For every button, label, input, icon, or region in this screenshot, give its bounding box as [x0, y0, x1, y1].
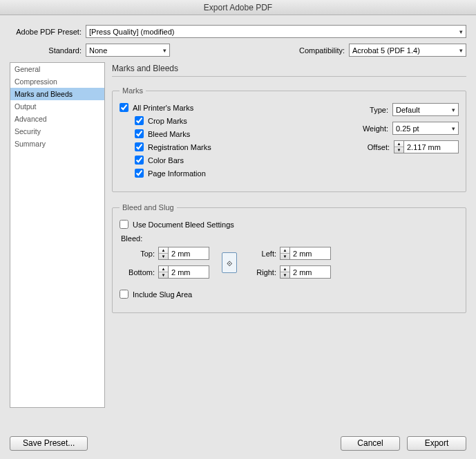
bleed-slug-legend: Bleed and Slug: [120, 203, 177, 212]
stepper-icon[interactable]: ▲▼: [158, 265, 168, 279]
standard-value: None: [89, 46, 107, 55]
link-values-icon[interactable]: ⟐: [222, 252, 237, 273]
crop-marks-checkbox[interactable]: [135, 116, 144, 125]
bleed-marks-checkbox[interactable]: [135, 129, 144, 138]
bleed-marks-label: Bleed Marks: [148, 130, 190, 138]
offset-input[interactable]: [403, 140, 459, 153]
standard-select[interactable]: None ▾: [86, 44, 170, 57]
bleed-slug-group: Bleed and Slug Use Document Bleed Settin…: [112, 203, 466, 313]
stepper-icon[interactable]: ▲▼: [394, 140, 403, 153]
preset-value: [Press Quality] (modified): [89, 28, 174, 36]
weight-select[interactable]: 0.25 pt ▾: [392, 122, 459, 135]
bleed-top-stepper[interactable]: ▲▼: [158, 247, 209, 260]
compatibility-label: Compatibility:: [299, 46, 349, 55]
chevron-down-icon: ▾: [459, 47, 463, 54]
use-document-bleed-checkbox[interactable]: [120, 220, 128, 229]
bleed-top-label: Top:: [120, 250, 158, 258]
type-value: Default: [396, 106, 420, 114]
registration-marks-checkbox[interactable]: [135, 142, 144, 151]
include-slug-label: Include Slug Area: [133, 290, 192, 299]
sidebar-item-output[interactable]: Output: [10, 100, 104, 113]
stepper-icon[interactable]: ▲▼: [280, 247, 289, 260]
chevron-down-icon: ▾: [163, 47, 166, 54]
stepper-icon[interactable]: ▲▼: [280, 265, 289, 279]
type-label: Type:: [352, 106, 392, 114]
bleed-heading: Bleed:: [121, 234, 459, 243]
bleed-bottom-label: Bottom:: [120, 268, 158, 277]
weight-value: 0.25 pt: [396, 124, 419, 133]
use-document-bleed-label: Use Document Bleed Settings: [133, 221, 234, 229]
color-bars-label: Color Bars: [148, 156, 184, 165]
marks-group: Marks All Printer's Marks Crop Marks: [112, 86, 466, 192]
chevron-down-icon: ▾: [452, 106, 455, 113]
sidebar-item-summary[interactable]: Summary: [10, 138, 104, 150]
chevron-down-icon: ▾: [452, 125, 455, 132]
page-information-label: Page Information: [148, 169, 206, 178]
bleed-bottom-stepper[interactable]: ▲▼: [158, 265, 209, 279]
all-printers-marks-label: All Printer's Marks: [133, 104, 193, 112]
cancel-button[interactable]: Cancel: [341, 436, 400, 451]
offset-stepper[interactable]: ▲▼: [394, 140, 459, 153]
bleed-right-label: Right:: [249, 268, 280, 277]
weight-label: Weight:: [352, 124, 392, 133]
sidebar-item-advanced[interactable]: Advanced: [10, 113, 104, 125]
bleed-left-input[interactable]: [289, 247, 331, 260]
panel-title: Marks and Bleeds: [112, 62, 466, 77]
sidebar-item-compression[interactable]: Compression: [10, 75, 104, 88]
section-sidebar: General Compression Marks and Bleeds Out…: [10, 62, 105, 408]
sidebar-item-marks-and-bleeds[interactable]: Marks and Bleeds: [10, 88, 104, 100]
bleed-top-input[interactable]: [168, 247, 209, 260]
preset-select[interactable]: [Press Quality] (modified) ▾: [86, 25, 466, 38]
color-bars-checkbox[interactable]: [135, 156, 144, 165]
chevron-down-icon: ▾: [459, 28, 463, 35]
bleed-bottom-input[interactable]: [168, 265, 209, 279]
compatibility-select[interactable]: Acrobat 5 (PDF 1.4) ▾: [349, 44, 466, 57]
bleed-right-input[interactable]: [289, 265, 331, 279]
offset-label: Offset:: [354, 143, 394, 151]
bleed-right-stepper[interactable]: ▲▼: [280, 265, 331, 279]
preset-label: Adobe PDF Preset:: [10, 28, 86, 36]
standard-label: Standard:: [10, 46, 86, 55]
marks-legend: Marks: [120, 86, 146, 95]
export-button[interactable]: Export: [407, 436, 466, 451]
save-preset-button[interactable]: Save Preset...: [10, 436, 88, 451]
page-information-checkbox[interactable]: [135, 169, 144, 178]
sidebar-item-security[interactable]: Security: [10, 125, 104, 138]
all-printers-marks-checkbox[interactable]: [120, 103, 128, 112]
stepper-icon[interactable]: ▲▼: [158, 247, 168, 260]
include-slug-checkbox[interactable]: [120, 290, 128, 299]
compatibility-value: Acrobat 5 (PDF 1.4): [352, 46, 420, 55]
registration-marks-label: Registration Marks: [148, 143, 211, 151]
sidebar-item-general[interactable]: General: [10, 63, 104, 75]
bleed-left-stepper[interactable]: ▲▼: [280, 247, 331, 260]
bleed-left-label: Left:: [249, 250, 280, 258]
type-select[interactable]: Default ▾: [392, 103, 459, 116]
window-title: Export Adobe PDF: [0, 0, 476, 15]
crop-marks-label: Crop Marks: [148, 117, 187, 125]
